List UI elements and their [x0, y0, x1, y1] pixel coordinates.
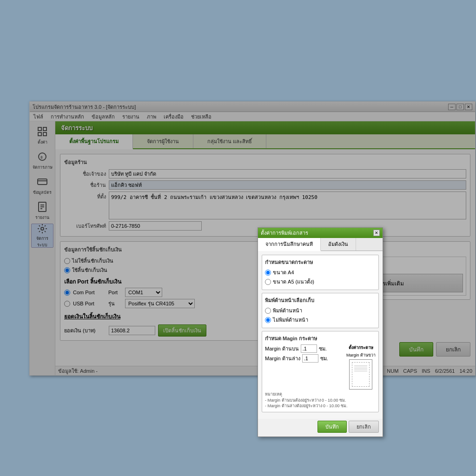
modal-body: กำหนดขนาดกระดาษ ขนาด A4 ขนาด A5 (แนวตั้ง…: [258, 251, 383, 419]
modal-save-button[interactable]: บันทึก: [317, 421, 347, 433]
paper-size-title: กำหนดขนาดกระดาษ: [265, 258, 376, 266]
print-none-row: ไม่พิมพ์ด้านหน้า: [265, 316, 376, 324]
modal-titlebar: ตั้งค่าการพิมพ์เอกสาร ✕: [258, 228, 383, 238]
note-line2: - Margin ด้านล่างต้องอยู่ระหว่าง 0 - 10.…: [265, 403, 376, 409]
modal-title: ตั้งค่าการพิมพ์เอกสาร: [261, 229, 308, 237]
print-front-radio[interactable]: [265, 308, 271, 314]
modal-tabs: จากการนึมลึกษาคนที อ้มดังเงิน: [258, 238, 383, 251]
print-none-label: ไม่พิมพ์ด้านหน้า: [273, 316, 308, 324]
paper-line-1: [354, 365, 367, 366]
modal-close-button[interactable]: ✕: [373, 230, 380, 236]
paper-a4-label: ขนาด A4: [273, 268, 294, 277]
margin-title: กำหนด Magin กระดาษ: [265, 334, 376, 343]
margin-fields: Margin ด้านบน ซม. Margin ด้านล่าง ซม.: [265, 344, 343, 364]
print-side-title: พิมพ์ด้านหน้าเลือกเก็บ: [265, 296, 376, 304]
margin-row: Margin ด้านบน ซม. Margin ด้านล่าง ซม.: [265, 344, 376, 390]
margin-top-row: Margin ด้านบน ซม.: [265, 344, 343, 353]
margin-bottom-unit: ซม.: [320, 354, 328, 363]
modal-cancel-button[interactable]: ยกเลิก: [349, 421, 379, 433]
paper-line-2: [354, 367, 367, 367]
paper-line-3: [354, 368, 367, 369]
modal-tab-paper[interactable]: จากการนึมลึกษาคนที: [258, 238, 321, 251]
paper-a4-radio[interactable]: [265, 270, 271, 276]
margin-bottom-row: Margin ด้านล่าง ซม.: [265, 354, 343, 363]
note-line1: - Margin ด้านบนต้องอยู่ระหว่าง 0 - 10.00…: [265, 397, 376, 403]
paper-line-5: [354, 371, 367, 371]
paper-a5-label: ขนาด A5 (แนวตั้ง): [273, 278, 314, 286]
print-side-section: พิมพ์ด้านหน้าเลือกเก็บ พิมพ์ด้านหน้า ไม่…: [262, 293, 379, 328]
print-settings-modal: ตั้งค่าการพิมพ์เอกสาร ✕ จากการนึมลึกษาคน…: [258, 227, 383, 437]
print-none-radio[interactable]: [265, 317, 271, 323]
margin-bottom-label: Margin ด้านล่าง: [265, 354, 300, 363]
paper-a5-row: ขนาด A5 (แนวตั้ง): [265, 278, 376, 286]
paper-a5-radio[interactable]: [265, 279, 271, 285]
paper-size-section: กำหนดขนาดกระดาษ ขนาด A4 ขนาด A5 (แนวตั้ง…: [262, 255, 379, 290]
right-margin-title: ตั้งค่ากระดาษ: [349, 344, 373, 351]
modal-footer: บันทึก ยกเลิก: [258, 419, 383, 436]
margin-top-label: Margin ด้านบน: [265, 344, 299, 353]
modal-overlay: ตั้งค่าการพิมพ์เอกสาร ✕ จากการนึมลึกษาคน…: [30, 102, 475, 375]
right-margin-label: Margin ด้านขวา: [346, 352, 376, 358]
margin-bottom-input[interactable]: [302, 354, 318, 363]
main-window: โปรแกรมจัดการร้านอาหาร 3.0 - [จัดการระบบ…: [29, 101, 476, 376]
margin-top-unit: ซม.: [319, 344, 327, 353]
margin-top-input[interactable]: [301, 344, 317, 353]
paper-lines: [352, 363, 369, 374]
print-front-label: พิมพ์ด้านหน้า: [273, 306, 302, 315]
note-title: หมายเหตุ: [265, 391, 376, 397]
paper-line-4: [354, 370, 367, 370]
margin-note: หมายเหตุ - Margin ด้านบนต้องอยู่ระหว่าง …: [265, 391, 376, 409]
print-front-row: พิมพ์ด้านหน้า: [265, 306, 376, 315]
modal-tab-cash[interactable]: อ้มดังเงิน: [321, 238, 356, 251]
paper-preview: [349, 359, 372, 390]
desktop: โปรแกรมจัดการร้านอาหาร 3.0 - [จัดการระบบ…: [0, 0, 476, 476]
paper-a4-row: ขนาด A4: [265, 268, 376, 277]
paper-inner: [352, 362, 370, 387]
margin-section: กำหนด Magin กระดาษ Margin ด้านบน ซม. Mar…: [262, 331, 379, 412]
